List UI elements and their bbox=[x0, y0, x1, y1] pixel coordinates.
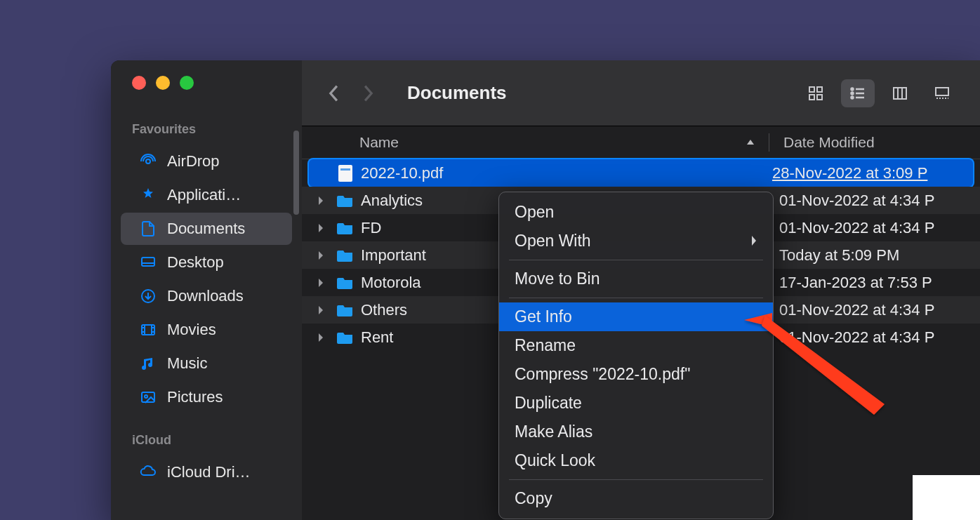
folder-name: Important bbox=[361, 246, 426, 265]
sidebar-scrollbar[interactable] bbox=[293, 131, 299, 215]
white-overlay bbox=[913, 475, 980, 520]
sidebar-item-airdrop[interactable]: AirDrop bbox=[121, 145, 292, 178]
view-list-button[interactable] bbox=[841, 79, 875, 107]
svg-rect-14 bbox=[936, 88, 948, 95]
folder-icon bbox=[337, 302, 354, 318]
context-menu: Open Open With Move to Bin Get Info Rena… bbox=[498, 192, 774, 519]
view-controls bbox=[799, 79, 959, 107]
sidebar-section-favourites: Favourites bbox=[111, 118, 302, 144]
sidebar-item-pictures[interactable]: Pictures bbox=[121, 381, 292, 413]
sidebar-section-icloud: iCloud bbox=[111, 429, 302, 455]
folder-name: FD bbox=[361, 219, 381, 237]
column-divider[interactable] bbox=[769, 133, 769, 152]
pictures-icon bbox=[139, 388, 157, 406]
folder-name: Analytics bbox=[361, 192, 423, 210]
sidebar-item-label: Movies bbox=[167, 321, 216, 339]
svg-rect-8 bbox=[809, 95, 814, 100]
toolbar: Documents bbox=[302, 60, 980, 126]
folder-date: 01-Nov-2022 at 4:34 P bbox=[769, 219, 980, 237]
close-window-button[interactable] bbox=[132, 76, 146, 90]
back-button[interactable] bbox=[323, 82, 345, 105]
sidebar-item-label: Applicati… bbox=[167, 186, 241, 204]
svg-point-10 bbox=[852, 88, 854, 90]
disclosure-triangle-icon[interactable] bbox=[317, 196, 330, 206]
disclosure-triangle-icon[interactable] bbox=[317, 333, 330, 342]
menu-item-copy[interactable]: Copy bbox=[499, 484, 773, 513]
folder-date: 17-Jan-2023 at 7:53 P bbox=[769, 274, 980, 292]
svg-rect-7 bbox=[817, 87, 822, 92]
window-controls bbox=[111, 76, 302, 90]
svg-point-11 bbox=[852, 92, 854, 94]
pdf-file-icon bbox=[337, 166, 354, 181]
window-title: Documents bbox=[407, 82, 788, 104]
minimize-window-button[interactable] bbox=[156, 76, 170, 90]
sort-indicator-icon[interactable] bbox=[736, 138, 764, 147]
svg-rect-9 bbox=[817, 95, 822, 100]
sidebar-item-music[interactable]: Music bbox=[121, 347, 292, 380]
forward-button[interactable] bbox=[357, 82, 379, 105]
icloud-icon bbox=[139, 463, 157, 481]
columns-header: Name Date Modified bbox=[302, 126, 980, 159]
folder-name: Rent bbox=[361, 328, 393, 347]
menu-item-duplicate[interactable]: Duplicate bbox=[499, 389, 773, 418]
movies-icon bbox=[139, 321, 157, 339]
svg-point-12 bbox=[852, 96, 854, 98]
fullscreen-window-button[interactable] bbox=[180, 76, 194, 90]
menu-item-compress[interactable]: Compress "2022-10.pdf" bbox=[499, 360, 773, 389]
file-date: 28-Nov-2022 at 3:09 P bbox=[762, 164, 973, 182]
sidebar-item-downloads[interactable]: Downloads bbox=[121, 280, 292, 312]
view-icons-button[interactable] bbox=[799, 79, 833, 107]
menu-item-quick-look[interactable]: Quick Look bbox=[499, 446, 773, 475]
folder-date: Today at 5:09 PM bbox=[769, 246, 980, 265]
sidebar-item-label: Downloads bbox=[167, 287, 244, 305]
menu-separator bbox=[509, 298, 763, 298]
menu-separator bbox=[509, 479, 763, 480]
disclosure-triangle-icon[interactable] bbox=[317, 305, 330, 315]
folder-icon bbox=[337, 248, 354, 263]
folder-date: 01-Nov-2022 at 4:34 P bbox=[769, 192, 980, 210]
folder-icon bbox=[337, 193, 354, 208]
column-header-date[interactable]: Date Modified bbox=[774, 134, 980, 151]
disclosure-triangle-icon[interactable] bbox=[317, 251, 330, 260]
sidebar-item-label: Pictures bbox=[167, 388, 223, 406]
svg-rect-6 bbox=[809, 87, 814, 92]
menu-item-get-info[interactable]: Get Info bbox=[499, 302, 773, 331]
disclosure-triangle-icon[interactable] bbox=[317, 223, 330, 233]
file-name: 2022-10.pdf bbox=[361, 164, 443, 182]
menu-item-open[interactable]: Open bbox=[499, 198, 773, 227]
sidebar-item-documents[interactable]: Documents bbox=[121, 213, 292, 245]
downloads-icon bbox=[139, 287, 157, 305]
view-gallery-button[interactable] bbox=[925, 79, 959, 107]
sidebar-item-label: Desktop bbox=[167, 253, 224, 272]
sidebar-item-label: Music bbox=[167, 354, 207, 373]
sidebar-item-desktop[interactable]: Desktop bbox=[121, 246, 292, 279]
sidebar-item-label: AirDrop bbox=[167, 152, 220, 171]
desktop-icon bbox=[139, 253, 157, 272]
file-row[interactable]: 2022-10.pdf 28-Nov-2022 at 3:09 P bbox=[309, 159, 973, 187]
documents-icon bbox=[139, 220, 157, 238]
menu-item-open-with[interactable]: Open With bbox=[499, 227, 773, 255]
menu-item-rename[interactable]: Rename bbox=[499, 331, 773, 360]
sidebar-item-movies[interactable]: Movies bbox=[121, 314, 292, 346]
music-icon bbox=[139, 354, 157, 373]
menu-separator bbox=[509, 260, 763, 260]
sidebar: Favourites AirDrop Applicati… Documents … bbox=[111, 60, 302, 520]
column-header-name[interactable]: Name bbox=[302, 134, 736, 151]
folder-name: Motorola bbox=[361, 274, 421, 292]
chevron-right-icon bbox=[750, 232, 757, 251]
svg-point-0 bbox=[146, 159, 150, 164]
folder-date: 01-Nov-2022 at 4:34 P bbox=[769, 301, 980, 319]
svg-rect-1 bbox=[142, 258, 154, 266]
svg-point-5 bbox=[145, 395, 147, 398]
menu-item-move-to-bin[interactable]: Move to Bin bbox=[499, 265, 773, 293]
sidebar-item-applications[interactable]: Applicati… bbox=[121, 179, 292, 211]
view-columns-button[interactable] bbox=[883, 79, 917, 107]
folder-icon bbox=[337, 275, 354, 291]
sidebar-item-icloud-drive[interactable]: iCloud Dri… bbox=[121, 456, 292, 488]
svg-rect-13 bbox=[894, 88, 906, 99]
sidebar-item-label: Documents bbox=[167, 220, 245, 238]
airdrop-icon bbox=[139, 152, 157, 171]
folder-icon bbox=[337, 330, 354, 345]
disclosure-triangle-icon[interactable] bbox=[317, 278, 330, 288]
menu-item-make-alias[interactable]: Make Alias bbox=[499, 418, 773, 446]
